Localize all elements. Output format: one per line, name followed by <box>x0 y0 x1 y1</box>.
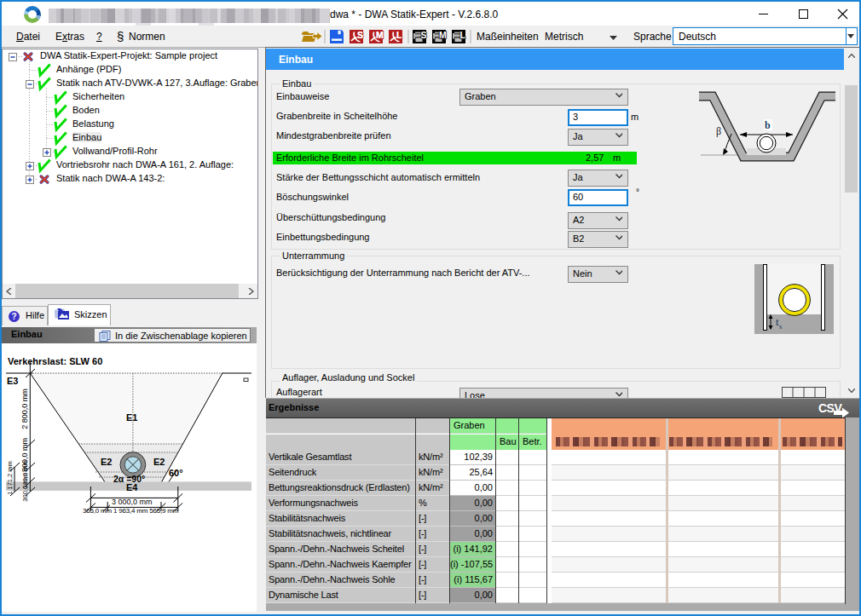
svg-text:L: L <box>396 30 402 40</box>
svg-text:1 171,2 mm: 1 171,2 mm <box>6 461 14 495</box>
svg-text:β: β <box>716 125 721 137</box>
svg-text:M: M <box>376 30 384 40</box>
svg-text:S: S <box>357 30 363 40</box>
svg-text:s: s <box>779 322 783 331</box>
svg-text:L: L <box>460 30 466 40</box>
svg-text:300,0 mm: 300,0 mm <box>21 473 29 501</box>
svg-text:S: S <box>421 30 427 40</box>
svg-text:2 800,0 mm: 2 800,0 mm <box>20 389 29 429</box>
svg-text:M: M <box>439 30 447 40</box>
svg-text:b: b <box>765 119 771 131</box>
